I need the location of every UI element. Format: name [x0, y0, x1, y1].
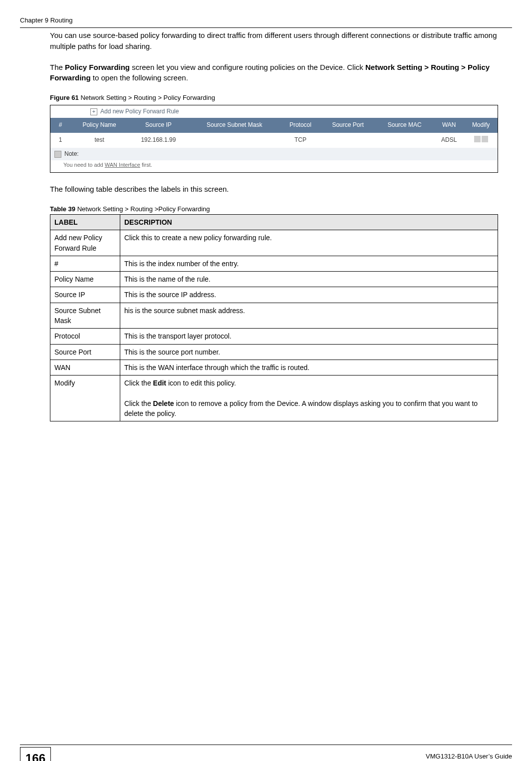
- note-icon: [54, 151, 61, 158]
- table-header-row: # Policy Name Source IP Source Subnet Ma…: [50, 118, 498, 132]
- table-row: Modify Click the Edit icon to edit this …: [50, 376, 498, 421]
- cell-label: Modify: [50, 376, 120, 421]
- col-source-mac: Source MAC: [375, 118, 434, 132]
- cell-label: Source Port: [50, 344, 120, 360]
- col-wan: WAN: [434, 118, 464, 132]
- table-row: 1 test 192.168.1.99 TCP ADSL: [50, 133, 498, 148]
- table-caption: Table 39 Network Setting > Routing >Poli…: [50, 205, 498, 214]
- table-row: Source Port This is the source port numb…: [50, 344, 498, 360]
- header-label: LABEL: [50, 214, 120, 230]
- text-bold: Delete: [153, 399, 174, 407]
- col-protocol: Protocol: [280, 118, 320, 132]
- text-bold: Edit: [153, 379, 166, 387]
- cell-mask: [189, 133, 280, 148]
- table-row: Source Subnet Mask his is the source sub…: [50, 303, 498, 329]
- add-rule-label: Add new Policy Forward Rule: [100, 107, 179, 116]
- paragraph-intro-2: The Policy Forwarding screen let you vie…: [50, 62, 498, 84]
- delete-icon: [482, 136, 488, 142]
- note-label: Note:: [64, 150, 79, 158]
- cell-proto: TCP: [280, 133, 320, 148]
- cell-label: Add new Policy Forward Rule: [50, 230, 120, 256]
- col-source-ip: Source IP: [128, 118, 188, 132]
- cell-label: WAN: [50, 360, 120, 375]
- cell-desc: This is the source port number.: [120, 344, 498, 360]
- cell-sport: [320, 133, 375, 148]
- screenshot-policy-forwarding: + Add new Policy Forward Rule # Policy N…: [50, 105, 498, 173]
- col-modify: Modify: [464, 118, 498, 132]
- note-link: WAN Interface: [105, 162, 140, 168]
- edit-icon: [474, 136, 481, 142]
- add-rule-row: + Add new Policy Forward Rule: [50, 105, 498, 118]
- page-header: Chapter 9 Routing: [20, 16, 512, 28]
- text-fragment: icon to remove a policy from the Device.…: [124, 399, 478, 417]
- figure-label: Figure 61: [50, 94, 79, 101]
- cell-label: #: [50, 256, 120, 271]
- text-fragment: screen let you view and configure routin…: [130, 63, 365, 71]
- note-row: Note:: [50, 148, 498, 160]
- cell-desc: This is the index number of the entry.: [120, 256, 498, 271]
- cell-desc: This is the WAN interface through which …: [120, 360, 498, 375]
- text-bold: Policy Forwarding: [65, 63, 130, 71]
- text-fragment: first.: [140, 162, 152, 168]
- text-fragment: The: [50, 63, 65, 71]
- table-row: Policy Name This is the name of the rule…: [50, 272, 498, 287]
- note-text: You need to add WAN Interface first.: [50, 160, 498, 172]
- cell-desc: This is the name of the rule.: [120, 272, 498, 287]
- col-num: #: [50, 118, 70, 132]
- figure-caption: Figure 61 Network Setting > Routing > Po…: [50, 93, 498, 103]
- page-footer: 166 VMG1312-B10A User’s Guide: [20, 745, 512, 745]
- chapter-title: Chapter 9 Routing: [20, 16, 73, 24]
- header-description: DESCRIPTION: [120, 214, 498, 230]
- cell-label: Source IP: [50, 287, 120, 303]
- cell-desc: This is the source IP address.: [120, 287, 498, 303]
- cell-label: Source Subnet Mask: [50, 303, 120, 329]
- description-table: LABEL DESCRIPTION Add new Policy Forward…: [50, 214, 498, 421]
- text-fragment: Click the: [124, 399, 153, 407]
- text-fragment: You need to add: [63, 162, 105, 168]
- table-row: # This is the index number of the entry.: [50, 256, 498, 271]
- cell-wan: ADSL: [434, 133, 464, 148]
- paragraph-table-intro: The following table describes the labels…: [50, 184, 498, 195]
- cell-label: Protocol: [50, 329, 120, 344]
- page-number: 166: [20, 747, 51, 761]
- figure-title: Network Setting > Routing > Policy Forwa…: [79, 94, 215, 101]
- table-row: Protocol This is the transport layer pro…: [50, 329, 498, 344]
- table-row: Add new Policy Forward Rule Click this t…: [50, 230, 498, 256]
- table-label: Table 39: [50, 205, 75, 213]
- cell-num: 1: [50, 133, 70, 148]
- paragraph-intro-1: You can use source-based policy forwardi…: [50, 30, 498, 52]
- col-source-subnet: Source Subnet Mask: [189, 118, 280, 132]
- text-fragment: Click the: [124, 379, 153, 387]
- cell-label: Policy Name: [50, 272, 120, 287]
- cell-desc: Click this to create a new policy forwar…: [120, 230, 498, 256]
- table-row: Source IP This is the source IP address.: [50, 287, 498, 303]
- cell-desc: his is the source subnet mask address.: [120, 303, 498, 329]
- col-policy-name: Policy Name: [70, 118, 128, 132]
- table-title: Network Setting > Routing >Policy Forwar…: [75, 205, 210, 213]
- col-source-port: Source Port: [320, 118, 375, 132]
- table-header-row: LABEL DESCRIPTION: [50, 214, 498, 230]
- table-row: WAN This is the WAN interface through wh…: [50, 360, 498, 375]
- cell-name: test: [70, 133, 128, 148]
- cell-modify: [464, 133, 498, 148]
- page-content: You can use source-based policy forwardi…: [50, 30, 498, 421]
- text-fragment: icon to edit this policy.: [166, 379, 236, 387]
- text-fragment: to open the following screen.: [91, 73, 188, 82]
- cell-desc: This is the transport layer protocol.: [120, 329, 498, 344]
- plus-icon: +: [90, 108, 97, 115]
- cell-desc: Click the Edit icon to edit this policy.…: [120, 376, 498, 421]
- cell-sip: 192.168.1.99: [128, 133, 188, 148]
- guide-name: VMG1312-B10A User’s Guide: [426, 752, 512, 761]
- policy-table: # Policy Name Source IP Source Subnet Ma…: [50, 118, 498, 148]
- cell-smac: [375, 133, 434, 148]
